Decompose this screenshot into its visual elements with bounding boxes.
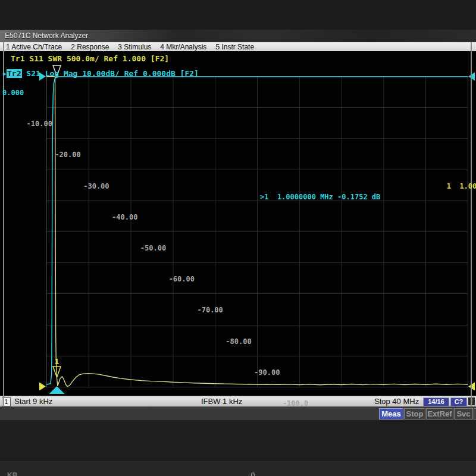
cal-status-badge: C? — [450, 397, 467, 406]
window-titlebar[interactable]: E5071C Network Analyzer — [0, 30, 476, 43]
y-axis-label-3: -30.00 — [83, 182, 109, 190]
window-border-right — [471, 42, 472, 406]
partial-text-center: () — [250, 471, 255, 476]
menu-item-response[interactable]: 2 Response — [71, 43, 109, 51]
stop-button[interactable]: Stop — [404, 408, 425, 419]
bezel-strip: KB () — [0, 461, 476, 476]
menu-item-instr-state[interactable]: 5 Instr State — [215, 43, 254, 51]
marker1-readout-trace2: >1 1.0000000 MHz -0.1752 dB — [260, 193, 380, 201]
y-axis-label-0: 0.000 — [2, 89, 24, 97]
top-bezel — [0, 0, 476, 30]
y-axis-label-7: -70.00 — [197, 306, 223, 314]
trace1-info-row[interactable]: Tr1 S11 SWR 500.0m/ Ref 1.000 [F2] — [11, 55, 476, 62]
bottom-bezel: KB () — [0, 420, 476, 476]
window-title: E5071C Network Analyzer — [5, 32, 88, 40]
menu-item-stimulus[interactable]: 3 Stimulus — [118, 43, 151, 51]
menu-item-active-ch-trace[interactable]: 1 Active Ch/Trace — [6, 43, 62, 51]
menu-item-mkr-analysis[interactable]: 4 Mkr/Analysis — [160, 43, 206, 51]
y-axis-label-4: -40.00 — [112, 213, 137, 221]
partial-text-left: KB — [7, 471, 17, 476]
y-axis-label-9: -90.00 — [254, 368, 280, 377]
trace2-settings-text: S21 Log Mag 10.00dB/ Ref 0.000dB [F2] — [26, 69, 199, 78]
trace1-settings-text: S11 SWR 500.0m/ Ref 1.000 [F2] — [29, 54, 169, 63]
cropped-button-sliver — [474, 408, 476, 419]
marker1-readout-trace1: 1 1.0000000 MHz 1.1438 — [447, 182, 476, 190]
trace2-info-row[interactable]: ▶Tr2 S21 Log Mag 10.00dB/ Ref 0.000dB [F… — [3, 70, 476, 77]
y-axis-label-8: -80.00 — [226, 337, 251, 346]
start-frequency: Start 9 kHz — [14, 397, 52, 406]
trace1-id: Tr1 — [11, 54, 24, 63]
points-badge: 14/16 — [423, 397, 449, 406]
analyzer-front-panel: E5071C Network Analyzer 1 Active Ch/Trac… — [0, 0, 476, 476]
y-axis-label-10: -100.0 — [283, 399, 308, 408]
y-axis-label-6: -60.00 — [169, 275, 195, 283]
trace2-id: Tr2 — [7, 69, 21, 78]
y-axis-label-5: -50.00 — [140, 244, 166, 252]
y-axis-label-1: -10.00 — [27, 120, 52, 128]
ifbw-value: IFBW 1 kHz — [201, 397, 242, 406]
stop-frequency: Stop 40 MHz — [374, 397, 419, 406]
y-axis-label-2: -20.00 — [55, 151, 80, 159]
status-bar: 1 Start 9 kHz IFBW 1 kHz Stop 40 MHz 14/… — [0, 396, 476, 407]
meas-button[interactable]: Meas — [379, 408, 403, 419]
measurement-screen: Tr1 S11 SWR 500.0m/ Ref 1.000 [F2] ▶Tr2 … — [0, 51, 476, 396]
instrument-status-bar: Meas Stop ExtRef Svc — [0, 406, 476, 421]
svc-button[interactable]: Svc — [454, 408, 473, 419]
menu-bar: 1 Active Ch/Trace 2 Response 3 Stimulus … — [0, 42, 476, 52]
extref-button[interactable]: ExtRef — [426, 408, 453, 419]
